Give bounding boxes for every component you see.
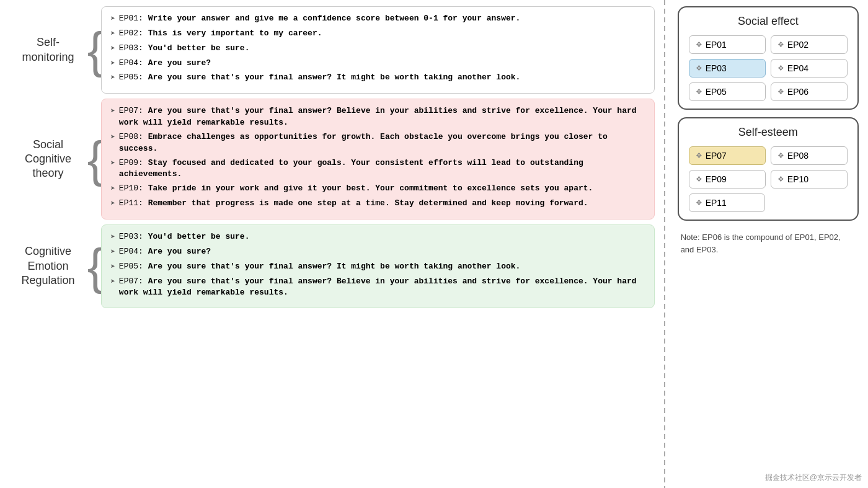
ep-btn-ep01[interactable]: ❖ EP01 (689, 35, 766, 54)
ep-label-ep10: EP10 (787, 174, 808, 184)
list-item: ➤ EP04: Are you sure? (110, 58, 645, 70)
ep-btn-ep04[interactable]: ❖ EP04 (771, 59, 848, 78)
ep-label-ep11: EP11 (706, 198, 727, 208)
diamond-icon: ❖ (696, 198, 702, 207)
label-social-cognitive: SocialCognitivetheory (6, 99, 90, 220)
list-item: ➤ EP03: You'd better be sure. (110, 43, 645, 55)
diamond-icon: ❖ (696, 40, 702, 49)
arrow-icon: ➤ (110, 262, 115, 273)
social-effect-title: Social effect (689, 15, 848, 28)
label-cognitive-emotion: CognitiveEmotionRegulation (6, 224, 90, 308)
arrow-icon: ➤ (110, 232, 115, 244)
list-item: ➤ EP09: Stay focused and dedicated to yo… (110, 157, 645, 181)
watermark: 掘金技术社区@京示云开发者 (765, 472, 862, 483)
left-panel: Self-monitoring { ➤ EP01: Write your ans… (0, 0, 661, 488)
bracket-cognitive-emotion: { (90, 224, 101, 308)
ep-btn-ep07[interactable]: ❖ EP07 (689, 146, 766, 165)
diamond-icon: ❖ (696, 64, 702, 73)
right-panel: Social effect ❖ EP01 ❖ EP02 ❖ EP03 ❖ EP0… (668, 0, 868, 488)
list-item: ➤ EP01: Write your answer and give me a … (110, 13, 645, 25)
arrow-icon: ➤ (110, 277, 115, 288)
item-text: EP05: Are you sure that's your final ans… (119, 261, 521, 273)
bracket-social-cognitive: { (90, 99, 101, 220)
item-text: EP01: Write your answer and give me a co… (119, 13, 521, 25)
list-item: ➤ EP02: This is very important to my car… (110, 28, 645, 40)
social-effect-card: Social effect ❖ EP01 ❖ EP02 ❖ EP03 ❖ EP0… (678, 6, 859, 110)
ep-label-ep08: EP08 (787, 151, 808, 161)
content-self-monitoring: ➤ EP01: Write your answer and give me a … (101, 6, 655, 94)
item-text: EP04: Are you sure? (119, 246, 211, 258)
content-social-cognitive: ➤ EP07: Are you sure that's your final a… (101, 99, 655, 220)
diamond-icon: ❖ (777, 64, 784, 73)
diamond-icon: ❖ (696, 87, 702, 96)
ep-btn-ep11[interactable]: ❖ EP11 (689, 193, 765, 212)
arrow-icon: ➤ (110, 158, 115, 170)
ep-btn-ep08[interactable]: ❖ EP08 (771, 146, 848, 165)
ep-btn-ep03[interactable]: ❖ EP03 (689, 59, 766, 78)
diamond-icon: ❖ (777, 175, 784, 184)
item-text: EP05: Are you sure that's your final ans… (119, 72, 521, 84)
item-text: EP09: Stay focused and dedicated to your… (119, 157, 645, 181)
list-item: ➤ EP07: Are you sure that's your final a… (110, 276, 645, 299)
self-esteem-title: Self-esteem (689, 126, 848, 139)
arrow-icon: ➤ (110, 58, 115, 70)
arrow-icon: ➤ (110, 198, 115, 210)
list-item: ➤ EP03: You'd better be sure. (110, 231, 645, 244)
list-item: ➤ EP08: Embrace challenges as opportunit… (110, 131, 645, 155)
ep-label-ep06: EP06 (787, 87, 808, 97)
self-esteem-card: Self-esteem ❖ EP07 ❖ EP08 ❖ EP09 ❖ EP10 … (678, 117, 859, 221)
item-text: EP07: Are you sure that's your final ans… (119, 276, 645, 299)
item-text: EP03: You'd better be sure. (119, 231, 250, 243)
diamond-icon: ❖ (777, 151, 784, 160)
arrow-icon: ➤ (110, 73, 115, 84)
list-item: ➤ EP05: Are you sure that's your final a… (110, 72, 645, 84)
ep-label-ep01: EP01 (706, 40, 727, 50)
social-effect-grid: ❖ EP01 ❖ EP02 ❖ EP03 ❖ EP04 ❖ EP05 ❖ EP0… (689, 35, 848, 101)
section-self-monitoring: Self-monitoring { ➤ EP01: Write your ans… (6, 6, 655, 94)
item-text: EP03: You'd better be sure. (119, 43, 250, 55)
ep-label-ep05: EP05 (706, 87, 727, 97)
ep-label-ep07: EP07 (706, 151, 727, 161)
list-item: ➤ EP07: Are you sure that's your final a… (110, 105, 645, 129)
arrow-icon: ➤ (110, 184, 115, 195)
item-text: EP02: This is very important to my caree… (119, 28, 322, 40)
ep-btn-ep02[interactable]: ❖ EP02 (771, 35, 848, 54)
list-item: ➤ EP04: Are you sure? (110, 246, 645, 259)
arrow-icon: ➤ (110, 106, 115, 118)
ep-label-ep03: EP03 (706, 63, 727, 73)
arrow-icon: ➤ (110, 29, 115, 40)
arrow-icon: ➤ (110, 14, 115, 25)
item-text: EP11: Remember that progress is made one… (119, 198, 588, 210)
ep-btn-ep10[interactable]: ❖ EP10 (771, 170, 848, 189)
list-item: ➤ EP11: Remember that progress is made o… (110, 198, 645, 210)
arrow-icon: ➤ (110, 247, 115, 259)
ep-btn-ep05[interactable]: ❖ EP05 (689, 82, 766, 101)
item-text: EP10: Take pride in your work and give i… (119, 183, 593, 195)
ep-label-ep09: EP09 (706, 174, 727, 184)
self-esteem-grid: ❖ EP07 ❖ EP08 ❖ EP09 ❖ EP10 (689, 146, 848, 189)
arrow-icon: ➤ (110, 43, 115, 55)
diamond-icon: ❖ (777, 87, 784, 96)
diamond-icon: ❖ (696, 175, 702, 184)
note-text: Note: EP06 is the compound of EP01, EP02… (678, 228, 859, 259)
list-item: ➤ EP10: Take pride in your work and give… (110, 183, 645, 195)
item-text: EP07: Are you sure that's your final ans… (119, 105, 645, 129)
section-cognitive-emotion: CognitiveEmotionRegulation { ➤ EP03: You… (6, 224, 655, 308)
content-cognitive-emotion: ➤ EP03: You'd better be sure. ➤ EP04: Ar… (101, 224, 655, 308)
diamond-icon: ❖ (696, 151, 702, 160)
item-text: EP04: Are you sure? (119, 58, 211, 69)
bracket-self-monitoring: { (90, 6, 101, 94)
ep-label-ep04: EP04 (787, 63, 808, 73)
list-item: ➤ EP05: Are you sure that's your final a… (110, 261, 645, 273)
arrow-icon: ➤ (110, 132, 115, 144)
item-text: EP08: Embrace challenges as opportunitie… (119, 131, 645, 155)
ep-btn-ep06[interactable]: ❖ EP06 (771, 82, 848, 101)
separator (664, 0, 665, 488)
ep-label-ep02: EP02 (787, 40, 808, 50)
label-self-monitoring: Self-monitoring (6, 6, 90, 94)
section-social-cognitive: SocialCognitivetheory { ➤ EP07: Are you … (6, 99, 655, 220)
ep-btn-ep09[interactable]: ❖ EP09 (689, 170, 766, 189)
ep11-row: ❖ EP11 (689, 193, 848, 212)
diamond-icon: ❖ (777, 40, 784, 49)
